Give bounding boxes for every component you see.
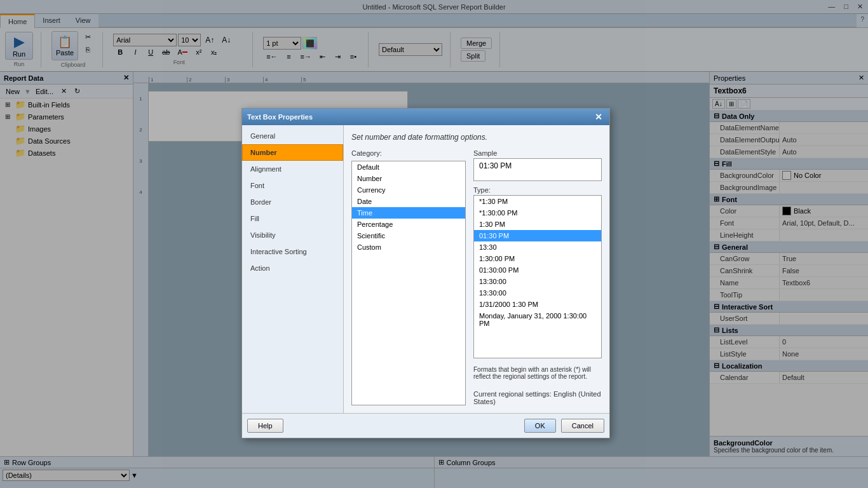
modal-sidebar: General Number Alignment Font Border Fil… [242,125,344,413]
type-4[interactable]: 13:30 [474,241,601,253]
note-text: Formats that begin with an asterisk (*) … [473,366,602,380]
nav-general[interactable]: General [242,128,343,144]
modal-section: Category: Default Number Currency Date T… [351,149,602,405]
nav-action[interactable]: Action [242,260,343,276]
modal-body: General Number Alignment Font Border Fil… [242,125,609,413]
modal-title: Text Box Properties [247,113,313,121]
right-panel: Sample 01:30 PM Type: *1:30 PM *1:30:00 … [473,149,602,405]
modal-footer: Help OK Cancel [242,413,609,438]
nav-alignment[interactable]: Alignment [242,161,343,177]
nav-interactive-sorting[interactable]: Interactive Sorting [242,243,343,260]
type-7[interactable]: 13:30:00 [474,276,601,287]
cat-percentage[interactable]: Percentage [352,219,465,230]
modal-footer-right: OK Cancel [524,419,604,433]
help-button[interactable]: Help [247,419,283,433]
type-10[interactable]: Monday, January 31, 2000 1:30:00 PM [474,310,601,329]
modal-overlay: Text Box Properties ✕ General Number Ali… [0,0,868,488]
type-5[interactable]: 1:30:00 PM [474,253,601,264]
nav-font[interactable]: Font [242,177,343,194]
regional-label: Current regional settings: [473,390,552,398]
category-list[interactable]: Default Number Currency Date Time Percen… [351,161,466,405]
cancel-button[interactable]: Cancel [561,419,604,433]
modal-title-bar: Text Box Properties ✕ [242,109,609,125]
regional-text: Current regional settings: English (Unit… [473,390,602,405]
type-3[interactable]: 01:30 PM [474,230,601,241]
cat-date[interactable]: Date [352,196,465,207]
category-label: Category: [351,149,466,157]
sample-area: Sample 01:30 PM [473,149,602,181]
sample-value: 01:30 PM [479,161,512,170]
type-list[interactable]: *1:30 PM *1:30:00 PM 1:30 PM 01:30 PM 13… [473,195,602,358]
nav-border[interactable]: Border [242,194,343,210]
type-9[interactable]: 1/31/2000 1:30 PM [474,299,601,310]
ok-button[interactable]: OK [524,419,556,433]
nav-visibility[interactable]: Visibility [242,227,343,243]
cat-time[interactable]: Time [352,207,465,219]
type-panel: Type: *1:30 PM *1:30:00 PM 1:30 PM 01:30… [473,186,602,358]
type-6[interactable]: 01:30:00 PM [474,264,601,276]
cat-number[interactable]: Number [352,173,465,184]
cat-scientific[interactable]: Scientific [352,230,465,241]
type-label: Type: [473,186,602,194]
type-1[interactable]: *1:30:00 PM [474,207,601,219]
category-panel: Category: Default Number Currency Date T… [351,149,466,405]
nav-fill[interactable]: Fill [242,210,343,227]
sample-box: 01:30 PM [473,158,602,181]
type-0[interactable]: *1:30 PM [474,196,601,207]
modal-description: Set number and date formatting options. [351,133,602,142]
type-8[interactable]: 13:30:00 [474,287,601,299]
cat-custom[interactable]: Custom [352,241,465,253]
type-2[interactable]: 1:30 PM [474,219,601,230]
modal-close-button[interactable]: ✕ [593,111,604,123]
cat-currency[interactable]: Currency [352,184,465,196]
cat-default[interactable]: Default [352,161,465,173]
nav-number[interactable]: Number [242,144,343,161]
sample-label: Sample [473,149,602,157]
text-box-properties-dialog: Text Box Properties ✕ General Number Ali… [241,108,610,438]
modal-main-content: Set number and date formatting options. … [344,125,609,413]
